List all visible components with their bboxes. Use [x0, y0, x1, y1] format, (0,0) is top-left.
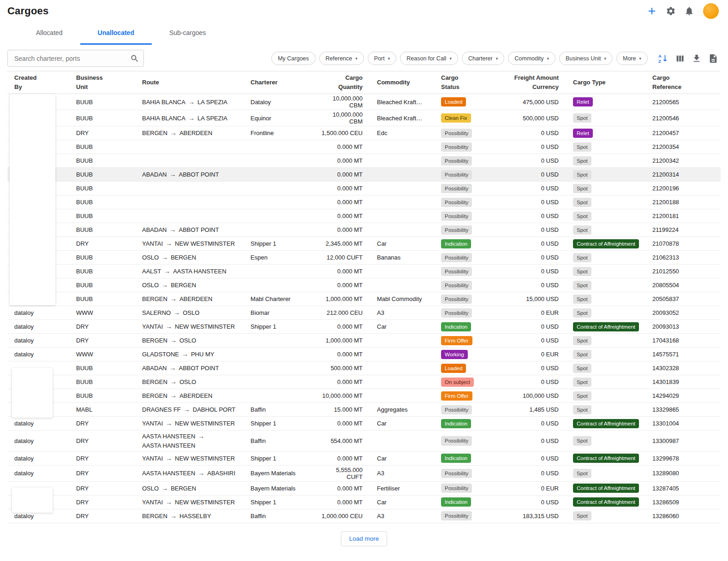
cargo-type-cell: Spot: [566, 375, 645, 389]
table-row[interactable]: dataloyDRYAASTA HANSTEEN→AASTA HANSTEENB…: [7, 431, 721, 452]
cargo-quantity-cell: 0.000 MT: [314, 375, 370, 389]
filter-chip-reason-for-call[interactable]: Reason for Call▾: [400, 52, 458, 65]
table-row[interactable]: BUUB0.000 MTPossibility0 USDSpot21200354: [7, 140, 721, 154]
export-button[interactable]: [706, 51, 721, 66]
cargo-type-badge: Relet: [573, 129, 593, 138]
chevron-down-icon: ▾: [639, 56, 641, 61]
business-unit-cell: DRY: [69, 466, 135, 481]
add-button[interactable]: [644, 3, 660, 19]
route-cell: ABADAN→ABBOT POINT: [135, 223, 244, 236]
filter-chip-label: Commodity: [514, 55, 543, 62]
cargo-type-badge: Spot: [573, 281, 591, 290]
created-by-cell: dataloy: [7, 466, 69, 481]
columns-button[interactable]: [673, 51, 687, 66]
cargo-reference-cell: 21200181: [645, 209, 721, 223]
filter-chip-label: Reason for Call: [406, 55, 446, 62]
filter-chip-my-cargoes[interactable]: My Cargoes: [271, 52, 315, 65]
cargo-type-badge: Spot: [573, 391, 591, 401]
table-row[interactable]: dataloyDRYBERGEN→HASSELBYBaffin1,000.000…: [7, 509, 721, 523]
filter-chip-label: Charterer: [468, 55, 493, 62]
avatar[interactable]: [703, 3, 719, 19]
filter-chip-more[interactable]: More▾: [616, 52, 648, 65]
route-to: ABBOT POINT: [179, 364, 219, 373]
table-row[interactable]: BUUBBERGEN→ABERDEEN10,000.000 MTFirm Off…: [7, 389, 721, 403]
table-row[interactable]: BUUBABADAN→ABBOT POINT0.000 MTPossibilit…: [7, 223, 721, 237]
table-row[interactable]: DRYOSLO→BERGENBayern Materials0.000 MTFe…: [7, 482, 721, 496]
table-row[interactable]: DRYYANTAI→NEW WESTMINSTERShipper 12,345.…: [7, 237, 721, 251]
table-row[interactable]: DRYYANTAI→NEW WESTMINSTERShipper 10.000 …: [7, 496, 721, 509]
cargo-reference-cell: 21200546: [645, 110, 721, 126]
table-row[interactable]: BUUBBERGEN→OSLO0.000 MTOn subject0 USDSp…: [7, 375, 721, 389]
route-from: YANTAI: [142, 454, 163, 463]
route-cell: BERGEN→OSLO: [135, 375, 244, 389]
download-button[interactable]: [689, 51, 704, 66]
table-row[interactable]: dataloyDRYYANTAI→NEW WESTMINSTERShipper …: [7, 320, 721, 334]
cargo-reference-cell: 21200188: [645, 195, 721, 209]
route-from: ABADAN: [142, 170, 167, 179]
cargo-type-badge: Contract of Affreightment: [573, 497, 639, 507]
search-input[interactable]: [7, 50, 144, 67]
commodity-cell: [370, 168, 434, 181]
arrow-right-icon: →: [173, 308, 180, 318]
table-row[interactable]: BUUBBAHIA BLANCA→LA SPEZIAEquinor10,000.…: [7, 110, 721, 126]
arrow-right-icon: →: [161, 253, 168, 262]
route-cell: AASTA HANSTEEN→ABASHIRI: [135, 466, 244, 481]
chevron-down-icon: ▾: [604, 56, 606, 61]
commodity-cell: [370, 278, 434, 292]
load-more-button[interactable]: Load more: [341, 531, 388, 546]
cargo-type-cell: Contract of Affreightment: [566, 237, 645, 250]
table-row[interactable]: dataloyWWWSALERNO→OSLOBiomar212.000 CEUA…: [7, 306, 721, 320]
cargo-status-cell: Possibility: [434, 182, 496, 195]
filter-chip-business-unit[interactable]: Business Unit▾: [559, 52, 613, 65]
table-row[interactable]: DRYBERGEN→ABERDEENFrontline1,500.000 CEU…: [7, 126, 721, 140]
table-row[interactable]: BUUBOSLO→BERGEN0.000 MTPossibility0 USDS…: [7, 278, 721, 292]
business-unit-cell: DRY: [69, 237, 135, 250]
sort-az-button[interactable]: A Z: [655, 51, 671, 66]
notifications-button[interactable]: [682, 4, 697, 18]
settings-button[interactable]: [663, 4, 678, 18]
created-by-cell: dataloy: [7, 320, 69, 333]
filter-chip-reference[interactable]: Reference▾: [319, 52, 364, 65]
table-row[interactable]: MABLDRAGNES FF→DABHOL PORTBaffin15.000 M…: [7, 403, 721, 417]
column-header-cargo-reference: Cargo Reference: [645, 71, 721, 94]
columns-icon: [675, 53, 685, 64]
cargo-status-cell: Indication: [434, 237, 496, 250]
table-row[interactable]: BUUB0.000 MTPossibility0 USDSpot21200196: [7, 182, 721, 195]
table-row[interactable]: BUUB0.000 MTPossibility0 USDSpot21200342: [7, 154, 721, 168]
tab-sub-cargoes[interactable]: Sub-cargoes: [152, 22, 223, 45]
arrow-right-icon: →: [170, 391, 177, 401]
cargo-quantity-cell: 10,000.000 CBM: [314, 94, 370, 110]
cargo-type-cell: Spot: [566, 431, 645, 451]
table-row[interactable]: BUUBAALST→AASTA HANSTEEN0.000 MTPossibil…: [7, 265, 721, 278]
table-row[interactable]: BUUB0.000 MTPossibility0 USDSpot21200181: [7, 209, 721, 223]
table-row[interactable]: BUUBABADAN→ABBOT POINT0.000 MTPossibilit…: [7, 168, 721, 182]
table-row[interactable]: dataloyDRYBERGEN→OSLO1,000.000 MTFirm Of…: [7, 334, 721, 348]
freight-amount-cell: 0 EUR: [496, 306, 566, 319]
tab-allocated[interactable]: Allocated: [18, 22, 80, 45]
filter-chip-charterer[interactable]: Charterer▾: [462, 52, 504, 65]
cargo-type-cell: Spot: [566, 466, 645, 481]
cargo-status-cell: Working: [434, 348, 496, 361]
filter-chip-port[interactable]: Port▾: [368, 52, 396, 65]
table-row[interactable]: BUUBABADAN→ABBOT POINT500.000 MTLoaded0 …: [7, 361, 721, 375]
table-row[interactable]: dataloyDRYYANTAI→NEW WESTMINSTERShipper …: [7, 452, 721, 466]
toolbar: My CargoesReference▾Port▾Reason for Call…: [0, 45, 728, 71]
cargo-quantity-cell: 212.000 CEU: [314, 306, 370, 319]
table-row[interactable]: BUUB0.000 MTPossibility0 USDSpot21200188: [7, 195, 721, 209]
table-row[interactable]: BUUBBERGEN→ABERDEENMabl Charterer1,000.0…: [7, 292, 721, 306]
arrow-right-icon: →: [188, 97, 195, 107]
table-row[interactable]: BUUBOSLO→BERGENEspen12.000 CUFTBananasPo…: [7, 251, 721, 265]
table-row[interactable]: dataloyWWWGLADSTONE→PHU MY0.000 MTWorkin…: [7, 348, 721, 361]
cargo-quantity-cell: 1,000.000 MT: [314, 292, 370, 306]
filter-chip-commodity[interactable]: Commodity▾: [508, 52, 555, 65]
route-to: NEW WESTMINSTER: [175, 419, 235, 428]
commodity-cell: [370, 195, 434, 209]
cargo-type-badge: Spot: [573, 511, 591, 520]
tab-unallocated[interactable]: Unallocated: [80, 22, 152, 45]
table-row[interactable]: BUUBBAHIA BLANCA→LA SPEZIADataloy10,000.…: [7, 94, 721, 110]
table-row[interactable]: dataloyDRYYANTAI→NEW WESTMINSTERShipper …: [7, 417, 721, 431]
status-badge: Possibility: [441, 267, 472, 276]
cargo-quantity-cell: 0.000 MT: [314, 168, 370, 181]
cargo-reference-cell: 21200457: [645, 126, 721, 140]
table-row[interactable]: dataloyDRYAASTA HANSTEEN→ABASHIRIBayern …: [7, 466, 721, 482]
